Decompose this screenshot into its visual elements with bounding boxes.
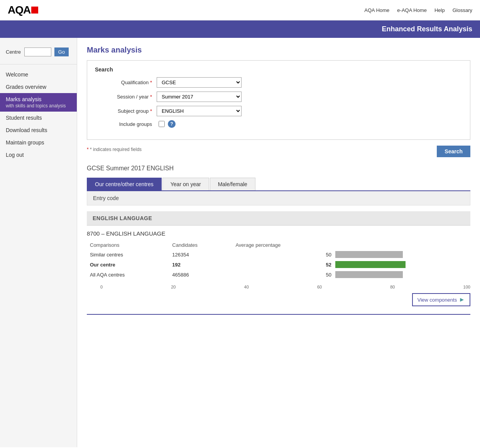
go-button[interactable]: Go	[54, 48, 69, 56]
cell-candidates: 126354	[169, 249, 232, 260]
qualification-label: Qualification *	[95, 80, 157, 85]
sidebar-nav: Welcome Grades overview Marks analysis w…	[0, 68, 77, 161]
subject-select[interactable]: ENGLISH MATHS SCIENCE	[157, 106, 242, 116]
session-label: Session / year *	[95, 94, 157, 100]
axis-tick-40: 40	[244, 285, 249, 289]
session-select[interactable]: Summer 2017 Summer 2016 Summer 2015	[157, 92, 242, 102]
sidebar-item-student-results[interactable]: Student results	[0, 112, 77, 124]
table-header-row: Entry code	[87, 191, 470, 205]
required-star-subject: *	[150, 108, 152, 114]
sidebar-item-download-results[interactable]: Download results	[0, 124, 77, 136]
e-aqa-home-link[interactable]: e-AQA Home	[397, 7, 427, 13]
centre-input[interactable]	[24, 48, 51, 56]
cell-candidates: 192	[169, 260, 232, 270]
axis-tick-0: 0	[100, 285, 103, 289]
include-groups-label: Include groups	[95, 121, 157, 127]
help-link[interactable]: Help	[434, 7, 445, 13]
include-groups-checkbox[interactable]	[159, 121, 165, 127]
bottom-border	[87, 314, 470, 315]
col-comparisons: Comparisons	[87, 241, 169, 249]
subject-divider	[87, 225, 470, 226]
sidebar-item-grades-overview[interactable]: Grades overview	[0, 81, 77, 93]
cell-avg: 50	[232, 270, 335, 280]
cell-avg: 50	[232, 249, 335, 260]
subject-section: ENGLISH LANGUAGE	[87, 211, 470, 225]
tab-male-female[interactable]: Male/female	[210, 178, 255, 190]
header-title: Enhanced Results Analysis	[382, 25, 472, 33]
qualification-select[interactable]: GCSE A-Level AS-Level	[157, 77, 242, 88]
required-star-session: *	[150, 94, 152, 100]
centre-label: Centre	[6, 49, 21, 55]
cell-bar	[335, 260, 470, 270]
required-star-qualification: *	[150, 80, 152, 85]
cell-comparisons: All AQA centres	[87, 270, 169, 280]
view-components-label: View components	[417, 297, 457, 303]
tab-our-centre[interactable]: Our centre/other centres	[87, 178, 162, 190]
sidebar-item-label-welcome: Welcome	[6, 71, 28, 78]
aqa-home-link[interactable]: AQA Home	[364, 7, 389, 13]
axis-labels-row: 0 20 40 60 80 100	[100, 283, 470, 289]
sidebar-centre-section: Centre Go	[0, 44, 77, 64]
sidebar-item-label-download: Download results	[6, 127, 47, 133]
axis-tick-20: 20	[171, 285, 176, 289]
view-components-button[interactable]: View components ►	[412, 293, 470, 306]
sidebar-item-marks-analysis[interactable]: Marks analysis with skills and topics an…	[0, 93, 77, 112]
subject-group-row: Subject group * ENGLISH MATHS SCIENCE	[95, 106, 462, 116]
search-button[interactable]: Search	[437, 146, 470, 157]
search-legend: Search	[95, 66, 462, 73]
sidebar-item-label-logout: Log out	[6, 152, 24, 158]
axis-tick-100: 100	[463, 285, 470, 289]
chevron-right-icon: ►	[459, 296, 465, 303]
cell-bar	[335, 270, 470, 280]
cell-avg: 52	[232, 260, 335, 270]
logo-text: AQA	[8, 4, 30, 16]
sidebar-item-maintain-groups[interactable]: Maintain groups	[0, 136, 77, 149]
sidebar-item-sub-marks: with skills and topics analysis	[6, 103, 71, 109]
tabs-container: Our centre/other centres Year on year Ma…	[87, 178, 470, 191]
data-table: Comparisons Candidates Average percentag…	[87, 241, 470, 280]
page-title: Marks analysis	[87, 46, 470, 54]
table-row: Similar centres 126354 50	[87, 249, 470, 260]
main-layout: Centre Go Welcome Grades overview Marks …	[0, 38, 480, 447]
sidebar: Centre Go Welcome Grades overview Marks …	[0, 38, 77, 447]
session-year-row: Session / year * Summer 2017 Summer 2016…	[95, 92, 462, 102]
subject-label: Subject group *	[95, 108, 157, 114]
top-nav-links: AQA Home e-AQA Home Help Glossary	[364, 7, 472, 13]
sidebar-item-label-maintain: Maintain groups	[6, 139, 44, 146]
top-navigation: AQA AQA Home e-AQA Home Help Glossary	[0, 0, 480, 20]
sidebar-item-label-marks: Marks analysis	[6, 96, 42, 102]
glossary-link[interactable]: Glossary	[453, 7, 472, 13]
entry-title: 8700 – ENGLISH LANGUAGE	[87, 230, 470, 237]
results-title: GCSE Summer 2017 ENGLISH	[87, 165, 470, 172]
header-bar: Enhanced Results Analysis	[0, 20, 480, 38]
cell-bar	[335, 249, 470, 260]
include-groups-row: Include groups ?	[95, 120, 462, 128]
cell-comparisons: Similar centres	[87, 249, 169, 260]
main-content: Marks analysis Search Qualification * GC…	[77, 38, 480, 447]
required-star-note: *	[87, 147, 89, 152]
sidebar-item-log-out[interactable]: Log out	[0, 149, 77, 161]
search-footer: * * indicates required fields Search	[87, 146, 470, 157]
cell-candidates: 465886	[169, 270, 232, 280]
search-box: Search Qualification * GCSE A-Level AS-L…	[87, 60, 470, 140]
qualification-row: Qualification * GCSE A-Level AS-Level	[95, 77, 462, 88]
axis-tick-60: 60	[317, 285, 322, 289]
aqa-logo: AQA	[8, 4, 38, 16]
cell-comparisons: Our centre	[87, 260, 169, 270]
col-bar-chart-header	[335, 241, 470, 249]
sidebar-item-welcome[interactable]: Welcome	[0, 68, 77, 81]
required-note: * * indicates required fields	[87, 147, 142, 152]
table-row: All AQA centres 465886 50	[87, 270, 470, 280]
col-candidates: Candidates	[169, 241, 232, 249]
sidebar-item-label-student: Student results	[6, 115, 42, 121]
sidebar-item-label-grades: Grades overview	[6, 84, 46, 90]
axis-tick-80: 80	[390, 285, 395, 289]
table-row: Our centre 192 52	[87, 260, 470, 270]
col-avg-pct: Average percentage	[232, 241, 335, 249]
view-components-row: View components ►	[87, 293, 470, 306]
tab-year-on-year[interactable]: Year on year	[162, 178, 209, 190]
help-icon[interactable]: ?	[168, 120, 176, 128]
logo-square	[31, 7, 38, 14]
